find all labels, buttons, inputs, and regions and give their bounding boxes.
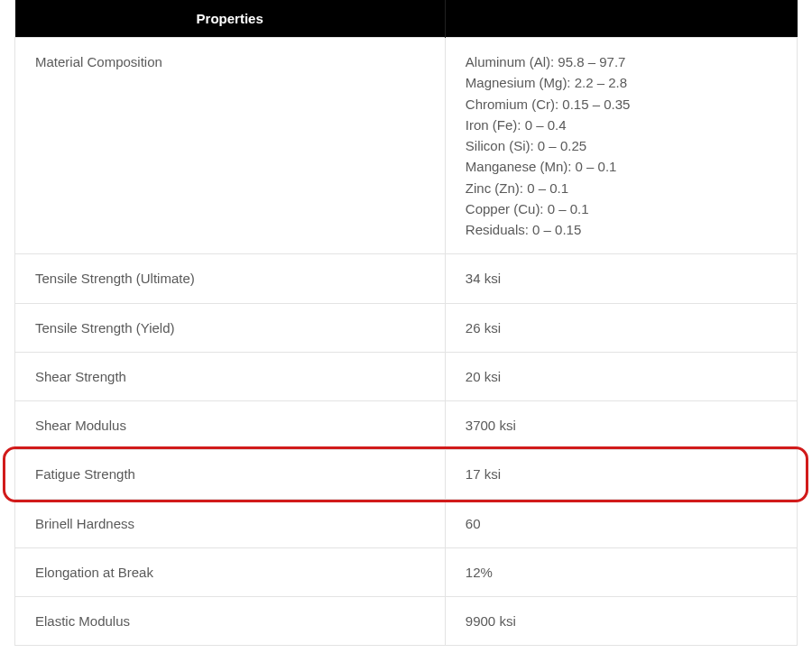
property-value: 20 ksi xyxy=(445,352,797,400)
table-wrap: Properties Material CompositionAluminum … xyxy=(0,0,812,646)
composition-line: Silicon (Si): 0 – 0.25 xyxy=(466,138,586,153)
property-label: Shear Modulus xyxy=(15,401,446,450)
table-row: Elongation at Break12% xyxy=(15,547,798,596)
composition-line: Chromium (Cr): 0.15 – 0.35 xyxy=(466,97,631,112)
property-label: Shear Strength xyxy=(15,352,446,400)
property-value: 34 ksi xyxy=(445,254,797,303)
properties-container: Properties Material CompositionAluminum … xyxy=(0,0,812,646)
property-value: Aluminum (Al): 95.8 – 97.7Magnesium (Mg)… xyxy=(445,38,797,254)
property-label: Material Composition xyxy=(15,38,446,254)
table-row: Material CompositionAluminum (Al): 95.8 … xyxy=(15,38,798,254)
composition-line: Iron (Fe): 0 – 0.4 xyxy=(466,117,567,133)
property-value: 26 ksi xyxy=(445,303,797,352)
table-header-right xyxy=(445,0,797,38)
property-value: 12% xyxy=(445,547,797,596)
property-label: Tensile Strength (Ultimate) xyxy=(15,254,446,303)
table-row: Fatigue Strength17 ksi xyxy=(15,450,798,499)
table-row: Shear Strength20 ksi xyxy=(15,352,798,400)
property-value: 9900 ksi xyxy=(445,597,797,646)
table-row: Tensile Strength (Ultimate)34 ksi xyxy=(15,254,798,303)
composition-line: Manganese (Mn): 0 – 0.1 xyxy=(466,159,617,174)
property-label: Elongation at Break xyxy=(15,547,446,596)
properties-table: Properties Material CompositionAluminum … xyxy=(14,0,798,646)
property-label: Tensile Strength (Yield) xyxy=(15,303,446,352)
property-label: Fatigue Strength xyxy=(15,450,446,499)
table-row: Shear Modulus3700 ksi xyxy=(15,401,798,450)
composition-line: Magnesium (Mg): 2.2 – 2.8 xyxy=(466,75,627,90)
composition-line: Residuals: 0 – 0.15 xyxy=(466,222,581,237)
table-row: Brinell Hardness60 xyxy=(15,499,798,547)
composition-line: Zinc (Zn): 0 – 0.1 xyxy=(466,180,568,196)
table-row: Tensile Strength (Yield)26 ksi xyxy=(15,303,798,352)
table-header-left: Properties xyxy=(15,0,446,38)
property-value: 60 xyxy=(445,499,797,547)
property-value: 3700 ksi xyxy=(445,401,797,450)
composition-line: Copper (Cu): 0 – 0.1 xyxy=(466,201,589,216)
property-label: Elastic Modulus xyxy=(15,597,446,646)
property-label: Brinell Hardness xyxy=(15,499,446,547)
property-value: 17 ksi xyxy=(445,450,797,499)
composition-line: Aluminum (Al): 95.8 – 97.7 xyxy=(466,54,626,69)
table-row: Elastic Modulus9900 ksi xyxy=(15,597,798,646)
